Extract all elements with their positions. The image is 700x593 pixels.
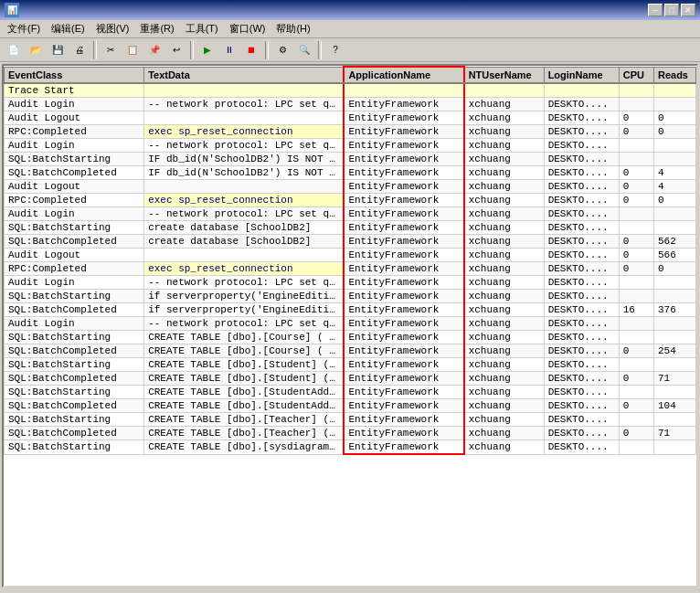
maximize-button[interactable]: □ [664, 4, 679, 16]
cell-ntusername: xchuang [464, 290, 545, 303]
menu-item-w[interactable]: 窗口(W) [224, 20, 271, 37]
table-row[interactable]: SQL:BatchCompletedCREATE TABLE [dbo].[St… [5, 372, 696, 386]
cell-eventclass: Audit Logout [5, 249, 144, 262]
table-row[interactable]: SQL:BatchCompletedCREATE TABLE [dbo].[St… [5, 399, 696, 413]
cell-eventclass: SQL:BatchStarting [5, 413, 144, 427]
paste-button[interactable]: 📌 [144, 40, 164, 60]
cell-loginname: DESKTO.... [544, 399, 619, 413]
table-row[interactable]: Audit LogoutEntityFrameworkxchuangDESKTO… [5, 249, 696, 262]
table-row[interactable]: SQL:BatchStartingCREATE TABLE [dbo].[Tea… [5, 413, 696, 427]
cell-eventclass: SQL:BatchCompleted [5, 235, 144, 249]
cell-eventclass: Audit Login [5, 317, 144, 331]
cell-eventclass: Audit Login [5, 207, 144, 221]
cell-ntusername: xchuang [464, 180, 545, 194]
properties-button[interactable]: ⚙ [272, 40, 292, 60]
table-row[interactable]: SQL:BatchCompletedCREATE TABLE [dbo].[Co… [5, 344, 696, 358]
copy-button[interactable]: 📋 [122, 40, 143, 60]
cell-applicationname: EntityFramework [344, 98, 463, 111]
stop-button[interactable]: ⏹ [241, 40, 261, 60]
table-row[interactable]: SQL:BatchStartingCREATE TABLE [dbo].[Stu… [5, 358, 696, 372]
app-icon: 📊 [5, 3, 19, 17]
cell-ntusername: xchuang [464, 358, 545, 372]
cell-ntusername: xchuang [464, 98, 545, 111]
table-row[interactable]: RPC:Completedexec sp_reset_connectionEnt… [5, 125, 696, 139]
cell-textdata: CREATE TABLE [dbo].[Student] ( ... [144, 358, 345, 372]
table-row[interactable]: Audit LogoutEntityFrameworkxchuangDESKTO… [5, 180, 696, 194]
table-row[interactable]: Audit Login-- network protocol: LPC set … [5, 276, 696, 290]
cell-loginname: DESKTO.... [544, 413, 619, 427]
table-row[interactable]: SQL:BatchStartingIF db_id(N'SchoolDB2') … [5, 153, 696, 166]
cell-eventclass: Audit Logout [5, 180, 144, 194]
cell-reads: 4 [653, 166, 695, 180]
menu-item-v[interactable]: 视图(V) [90, 20, 135, 37]
table-row[interactable]: SQL:BatchStartingcreate database [School… [5, 221, 696, 235]
cell-ntusername: xchuang [464, 194, 545, 207]
open-button[interactable]: 📂 [26, 40, 46, 60]
col-header-reads[interactable]: Reads [653, 67, 695, 83]
print-button[interactable]: 🖨 [69, 40, 90, 60]
cell-applicationname: EntityFramework [344, 235, 463, 249]
cell-cpu: 0 [619, 427, 653, 440]
cell-cpu: 0 [619, 166, 653, 180]
table-row[interactable]: Trace Start [5, 83, 696, 98]
undo-button[interactable]: ↩ [166, 40, 186, 60]
window-controls[interactable]: ─ □ ✕ [648, 4, 695, 16]
menu-item-t[interactable]: 工具(T) [180, 20, 224, 37]
col-header-applicationname[interactable]: ApplicationName [344, 67, 463, 83]
cell-textdata: IF db_id(N'SchoolDB2') IS NOT NULL ... [144, 166, 345, 180]
cell-cpu [619, 221, 653, 235]
cell-cpu: 0 [619, 262, 653, 276]
table-row[interactable]: SQL:BatchStartingCREATE TABLE [dbo].[Cou… [5, 331, 696, 344]
cell-applicationname: EntityFramework [344, 413, 463, 427]
profiler-content[interactable]: EventClassTextDataApplicationNameNTUserN… [2, 64, 698, 588]
col-header-cpu[interactable]: CPU [619, 67, 653, 83]
table-row[interactable]: Audit Login-- network protocol: LPC set … [5, 139, 696, 153]
table-row[interactable]: SQL:BatchStartingCREATE TABLE [dbo].[Stu… [5, 386, 696, 399]
menu-item-h[interactable]: 帮助(H) [270, 20, 315, 37]
cut-button[interactable]: ✂ [101, 40, 121, 60]
col-header-loginname[interactable]: LoginName [544, 67, 619, 83]
separator-1 [93, 41, 97, 59]
cell-eventclass: SQL:BatchStarting [5, 290, 144, 303]
table-row[interactable]: Audit Login-- network protocol: LPC set … [5, 317, 696, 331]
table-row[interactable]: SQL:BatchCompletedIF db_id(N'SchoolDB2')… [5, 166, 696, 180]
menu-item-f[interactable]: 文件(F) [2, 20, 46, 37]
save-button[interactable]: 💾 [48, 40, 68, 60]
minimize-button[interactable]: ─ [648, 4, 663, 16]
cell-textdata: IF db_id(N'SchoolDB2') IS NOT NULL ... [144, 153, 345, 166]
table-row[interactable]: SQL:BatchCompletedCREATE TABLE [dbo].[Te… [5, 427, 696, 440]
cell-reads: 566 [653, 249, 695, 262]
table-row[interactable]: SQL:BatchStartingCREATE TABLE [dbo].[sys… [5, 440, 696, 455]
pause-button[interactable]: ⏸ [219, 40, 239, 60]
cell-cpu [619, 276, 653, 290]
cell-textdata: CREATE TABLE [dbo].[Teacher] ( ... [144, 413, 345, 427]
close-button[interactable]: ✕ [681, 4, 695, 16]
cell-textdata: -- network protocol: LPC set quote... [144, 139, 345, 153]
cell-reads [653, 413, 695, 427]
filter-button[interactable]: 🔍 [294, 40, 314, 60]
cell-ntusername [464, 83, 545, 98]
cell-reads: 104 [653, 399, 695, 413]
menu-item-r[interactable]: 重播(R) [134, 20, 179, 37]
table-row[interactable]: RPC:Completedexec sp_reset_connectionEnt… [5, 262, 696, 276]
table-row[interactable]: SQL:BatchStartingif serverproperty('Engi… [5, 290, 696, 303]
cell-ntusername: xchuang [464, 440, 545, 455]
cell-reads: 254 [653, 344, 695, 358]
cell-cpu [619, 290, 653, 303]
table-row[interactable]: SQL:BatchCompletedif serverproperty('Eng… [5, 303, 696, 317]
cell-cpu: 0 [619, 399, 653, 413]
table-row[interactable]: Audit LogoutEntityFrameworkxchuangDESKTO… [5, 111, 696, 125]
cell-textdata: if serverproperty('EngineEdition') ... [144, 290, 345, 303]
new-button[interactable]: 📄 [4, 40, 24, 60]
table-row[interactable]: SQL:BatchCompletedcreate database [Schoo… [5, 235, 696, 249]
menu-item-e[interactable]: 编辑(E) [46, 20, 90, 37]
col-header-ntusername[interactable]: NTUserName [464, 67, 545, 83]
help-button[interactable]: ? [325, 40, 345, 60]
table-row[interactable]: Audit Login-- network protocol: LPC set … [5, 98, 696, 111]
col-header-eventclass[interactable]: EventClass [5, 67, 144, 83]
table-row[interactable]: Audit Login-- network protocol: LPC set … [5, 207, 696, 221]
col-header-textdata[interactable]: TextData [144, 67, 345, 83]
play-button[interactable]: ▶ [197, 40, 217, 60]
cell-cpu [619, 83, 653, 98]
table-row[interactable]: RPC:Completedexec sp_reset_connectionEnt… [5, 194, 696, 207]
